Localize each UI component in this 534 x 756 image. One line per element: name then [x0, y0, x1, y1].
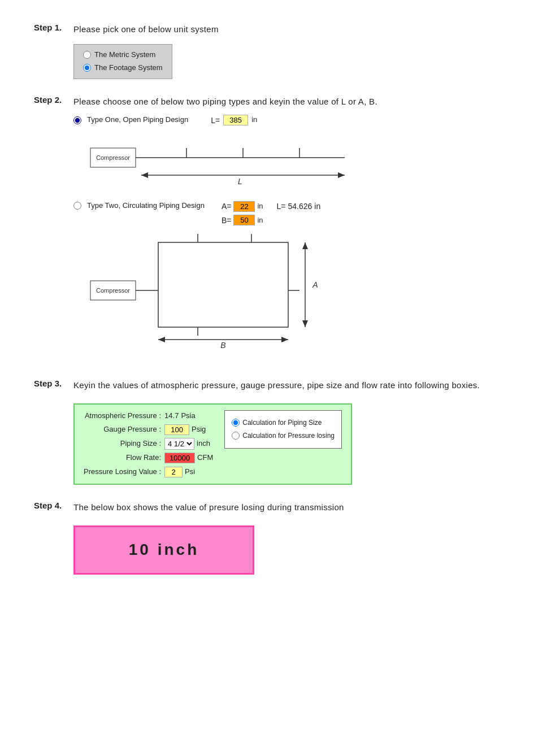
step2-title: Please choose one of below two piping ty…: [73, 95, 500, 108]
result-box: 10 inch: [73, 525, 254, 575]
step4-row: Step 4. The below box shows the value of…: [34, 501, 500, 575]
step4-content: The below box shows the value of presure…: [73, 501, 500, 575]
type1-diagram: Compressor L: [85, 131, 500, 191]
type2-diagram: Compressor A: [85, 231, 500, 353]
flow-val-row: CFM: [164, 452, 213, 464]
svg-marker-19: [302, 320, 308, 327]
step3-content: Keyin the values of atmospheric pressure…: [73, 379, 500, 485]
gauge-val-row: Psig: [164, 424, 213, 436]
metric-radio[interactable]: [83, 51, 91, 59]
calc1-radio[interactable]: [232, 419, 240, 427]
type2-A-input[interactable]: [233, 201, 255, 212]
atm-value: 14.7: [164, 410, 179, 422]
atm-label: Atmospheric Pressure :: [84, 410, 161, 422]
footage-radio-row[interactable]: The Footage System: [83, 62, 163, 74]
svg-text:L: L: [238, 177, 242, 186]
atm-unit: Psia: [181, 410, 195, 422]
type1-L-group: L= in: [211, 114, 257, 127]
atm-val-row: 14.7 Psia: [164, 410, 213, 422]
type1-L-label: L=: [211, 114, 220, 127]
calc1-label: Calculation for Piping Size: [242, 418, 322, 428]
step3-row: Step 3. Keyin the values of atmospheric …: [34, 379, 500, 485]
type2-L-value: 54.626: [288, 200, 312, 212]
pressure-label: Pressure Losing Value :: [84, 466, 161, 478]
step1-row: Step 1. Please pick one of below unit sy…: [34, 23, 500, 79]
calc2-label: Calculation for Pressure losing: [242, 431, 335, 441]
step2-content: Please choose one of below two piping ty…: [73, 95, 500, 363]
step1-content: Please pick one of below unit system The…: [73, 23, 500, 79]
step4-label: Step 4.: [34, 501, 73, 510]
step4-title: The below box shows the value of presure…: [73, 501, 500, 514]
piping-label: Piping Size :: [84, 438, 161, 450]
type2-A-row: A= in L= 54.626 in: [222, 200, 320, 212]
type1-L-unit: in: [251, 114, 257, 126]
type1-radio[interactable]: [73, 116, 81, 124]
gauge-unit: Psig: [192, 424, 206, 436]
type2-AB-group: A= in L= 54.626 in B= in: [222, 200, 320, 227]
type2-B-label: B=: [222, 214, 232, 227]
step3-label: Step 3.: [34, 379, 73, 388]
gauge-input[interactable]: [164, 424, 189, 435]
type1-row: Type One, Open Piping Design L= in: [73, 114, 500, 127]
piping-select[interactable]: 3 3 1/2 4 4 1/2 5 6 8 10 12: [164, 438, 194, 450]
svg-marker-8: [338, 172, 345, 178]
step2-row: Step 2. Please choose one of below two p…: [34, 95, 500, 363]
svg-text:A: A: [312, 280, 318, 289]
pressure-unit: Psi: [185, 466, 195, 478]
pressure-val-row: Psi: [164, 466, 213, 478]
calc2-radio[interactable]: [232, 432, 240, 440]
step2-label: Step 2.: [34, 95, 73, 105]
unit-system-box: The Metric System The Footage System: [73, 44, 172, 79]
step3-title: Keyin the values of atmospheric pressure…: [73, 379, 500, 392]
svg-marker-22: [158, 337, 165, 342]
type2-B-unit: in: [257, 215, 263, 227]
type1-label: Type One, Open Piping Design: [87, 114, 188, 126]
gauge-label: Gauge Pressure :: [84, 424, 161, 436]
metric-radio-row[interactable]: The Metric System: [83, 49, 163, 61]
type1-L-input[interactable]: [223, 115, 248, 125]
type2-A-unit: in: [257, 201, 263, 212]
flow-input[interactable]: [164, 453, 195, 463]
step3-form: Atmospheric Pressure : 14.7 Psia Gauge P…: [84, 410, 213, 478]
type2-label: Type Two, Circulating Piping Design: [87, 200, 205, 212]
step1-label: Step 1.: [34, 23, 73, 32]
footage-label: The Footage System: [94, 62, 163, 74]
type2-B-input[interactable]: [233, 215, 255, 225]
type2-row: Type Two, Circulating Piping Design A= i…: [73, 200, 500, 227]
type2-L-unit: in: [314, 200, 320, 212]
svg-marker-7: [141, 172, 148, 178]
svg-marker-23: [281, 337, 288, 342]
type2-L-label: L=: [277, 200, 286, 212]
type2-A-label: A=: [222, 200, 232, 212]
calc2-row[interactable]: Calculation for Pressure losing: [232, 431, 335, 441]
svg-marker-18: [302, 242, 308, 249]
pressure-input[interactable]: [164, 467, 183, 477]
type2-svg: Compressor A: [85, 231, 367, 350]
piping-unit: inch: [197, 438, 210, 450]
type2-radio[interactable]: [73, 202, 81, 210]
type2-B-row: B= in: [222, 214, 320, 227]
step1-title: Please pick one of below unit system: [73, 23, 500, 36]
calc-options-box: Calculation for Piping Size Calculation …: [224, 410, 342, 449]
calc1-row[interactable]: Calculation for Piping Size: [232, 418, 335, 428]
svg-rect-12: [158, 242, 288, 327]
piping-val-row: 3 3 1/2 4 4 1/2 5 6 8 10 12 inch: [164, 438, 213, 450]
type1-svg: Compressor L: [85, 131, 367, 188]
svg-text:Compressor: Compressor: [96, 154, 130, 161]
flow-unit: CFM: [197, 452, 213, 464]
step3-input-box: Atmospheric Pressure : 14.7 Psia Gauge P…: [73, 403, 352, 485]
flow-label: Flow Rate:: [84, 452, 161, 464]
svg-text:Compressor: Compressor: [96, 287, 130, 294]
svg-text:B: B: [220, 341, 225, 350]
footage-radio[interactable]: [83, 64, 91, 72]
metric-label: The Metric System: [94, 49, 155, 61]
